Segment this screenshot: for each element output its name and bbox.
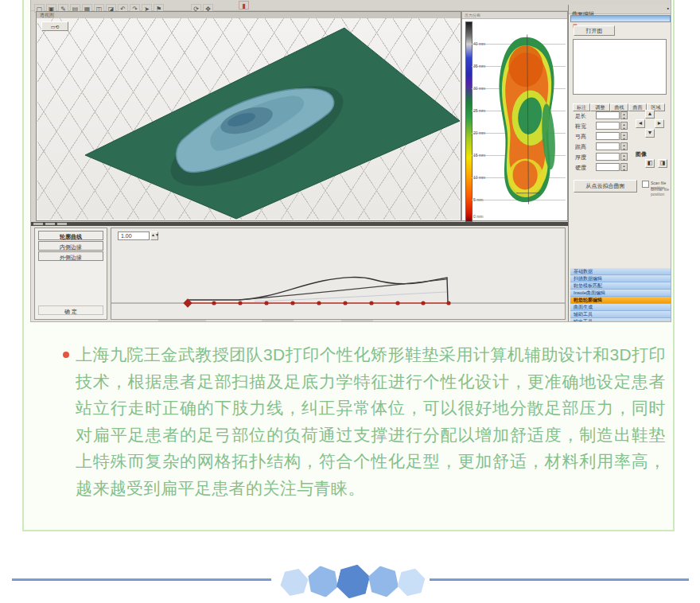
nudge-left-button[interactable]: ◄ (636, 119, 645, 128)
scale-label: 40 mm (473, 41, 485, 46)
workflow-steps: 基础数据 扫描数据编辑 鞋垫模板匹配 Insole曲面编辑 鞋垫轮廓编辑 曲面生… (570, 268, 671, 322)
spinner[interactable]: ▲▼ (620, 153, 628, 161)
fit-surface-button[interactable]: 从点云拟合曲面 (574, 180, 637, 193)
step-item[interactable]: 输出工具 (570, 318, 671, 322)
page: ▢▣✎▤▦◫◪↶↷➤⚑ ⟳✥ ▮ 透视图 (0, 0, 700, 603)
status-segment (158, 320, 206, 322)
scale-label: 15 mm (473, 153, 485, 158)
tab-adjust[interactable]: 调整 (590, 103, 610, 111)
foot-pressure-heatmap (484, 20, 567, 219)
record-icon[interactable]: ▮ (239, 1, 249, 10)
scale-label: 10 mm (473, 175, 485, 180)
tab-surface[interactable]: 曲面 (628, 103, 647, 111)
step-item[interactable]: 扫描数据编辑 (570, 275, 671, 282)
confirm-button[interactable]: 确 定 (38, 305, 103, 315)
pad-label: 图像 (636, 150, 647, 158)
panel-tabs: 标注调整曲线曲面区域 (573, 98, 668, 107)
hexagon-3 (332, 560, 374, 602)
spinner[interactable]: ▲▼ (620, 142, 628, 150)
tab-annotate[interactable]: 标注 (573, 103, 590, 111)
main-toolbar: ▢▣✎▤▦◫◪↶↷➤⚑ ⟳✥ ▮ (31, 0, 568, 11)
nudge-down-button[interactable]: ▼ (645, 129, 655, 138)
profile-panel: 轮廓曲线 内侧边缘 外侧边缘 确 定 1.00 ▲▼ (31, 226, 568, 322)
field-label: 硬度 (575, 164, 586, 172)
insole-3d-scene (37, 18, 460, 220)
profile-tool-column: 轮廓曲线 内侧边缘 外侧边缘 确 定 (34, 228, 107, 320)
scale-label: 5 mm (473, 197, 484, 202)
nudge-right-button[interactable]: ► (655, 119, 664, 128)
divider-line-right (430, 578, 689, 581)
pressure-map-title: 压力分布 (462, 12, 567, 19)
tab-curve[interactable]: 曲线 (610, 103, 628, 111)
step-item-active[interactable]: 鞋垫轮廓编辑 (570, 297, 671, 304)
field-label: 厚度 (575, 154, 586, 161)
article-paragraph-block: 上海九院王金武教授团队3D打印个性化矫形鞋垫采用计算机辅助设计和3D打印技术，根… (53, 341, 666, 501)
small-button-b[interactable]: ◨ (658, 159, 667, 168)
viewport-3d-window: 透视图 (36, 11, 461, 221)
small-button-a[interactable]: ◧ (645, 159, 655, 168)
status-segment (341, 320, 373, 322)
profile-view[interactable]: 1.00 ▲▼ (111, 228, 566, 320)
checkbox-label-2: Similar file position (651, 187, 671, 196)
right-panel: 曲面编辑 ▪ ▥ 打开图 标注调整曲线曲面区域 足长 ▲▼ 鞋宽 (568, 5, 671, 322)
hexagon-1 (276, 564, 312, 600)
pressure-scale-bar (465, 21, 472, 222)
field-label: 跟高 (575, 143, 586, 151)
fit-view-button[interactable]: ▭⟲ (41, 21, 68, 31)
divider-line-left (12, 578, 271, 581)
spinner[interactable]: ▲▼ (620, 163, 628, 171)
scale-label: 20 mm (473, 130, 485, 135)
open-file-button[interactable]: 打开图 (574, 25, 615, 36)
scale-label: 25 mm (473, 108, 485, 113)
field-input[interactable] (596, 142, 620, 150)
viewport-title: 透视图 (37, 12, 461, 18)
step-item[interactable]: 辅助工具 (570, 311, 671, 318)
insole-cad-screenshot: ▢▣✎▤▦◫◪↶↷➤⚑ ⟳✥ ▮ 透视图 (30, 0, 671, 322)
field-label: 弓高 (575, 133, 586, 141)
field-input[interactable] (596, 163, 620, 171)
spinner[interactable]: ▲▼ (620, 122, 628, 130)
article-text: 上海九院王金武教授团队3D打印个性化矫形鞋垫采用计算机辅助设计和3D打印技术，根… (76, 341, 666, 501)
viewport-3d[interactable] (37, 18, 460, 220)
profile-zoom-stepper[interactable]: ▲▼ (150, 231, 158, 240)
medial-edge-button[interactable]: 内侧边缘 (38, 241, 103, 251)
spinner[interactable]: ▲▼ (620, 111, 628, 119)
scale-label: 30 mm (473, 86, 485, 91)
field-label: 鞋宽 (575, 123, 586, 130)
hexagon-4 (364, 562, 402, 600)
nudge-up-button[interactable]: ▲ (645, 110, 655, 119)
object-list-box[interactable] (573, 39, 667, 95)
article-card: ▢▣✎▤▦◫◪↶↷➤⚑ ⟳✥ ▮ 透视图 (22, 0, 675, 531)
scan-position-checkbox[interactable] (642, 181, 649, 188)
status-segment (262, 320, 294, 322)
scale-label: 35 mm (473, 64, 485, 68)
field-input[interactable] (596, 153, 620, 161)
spinner[interactable]: ▲▼ (620, 132, 628, 140)
step-item[interactable]: 鞋垫模板匹配 (570, 282, 671, 290)
contour-curve-button[interactable]: 轮廓曲线 (38, 231, 103, 240)
step-item[interactable]: Insole曲面编辑 (570, 290, 671, 297)
hexagon-5 (394, 565, 430, 601)
hexagon-2 (305, 563, 341, 600)
bullet-point (63, 352, 69, 358)
field-input[interactable] (596, 111, 620, 119)
step-item[interactable]: 基础数据 (570, 268, 671, 275)
scale-label: 0 mm (473, 214, 484, 219)
insole-profile-curve (111, 228, 565, 319)
profile-zoom-value[interactable]: 1.00 (118, 231, 150, 240)
pin-icon[interactable]: ▪ (667, 6, 669, 11)
field-input[interactable] (596, 132, 620, 140)
step-item[interactable]: 曲面生成 (570, 304, 671, 311)
pressure-map-panel: 压力分布 40 mm 35 mm 30 mm 25 mm 20 mm 15 mm… (461, 11, 568, 221)
field-input[interactable] (596, 122, 620, 130)
lateral-edge-button[interactable]: 外侧边缘 (38, 251, 103, 261)
field-label: 足长 (575, 112, 586, 120)
